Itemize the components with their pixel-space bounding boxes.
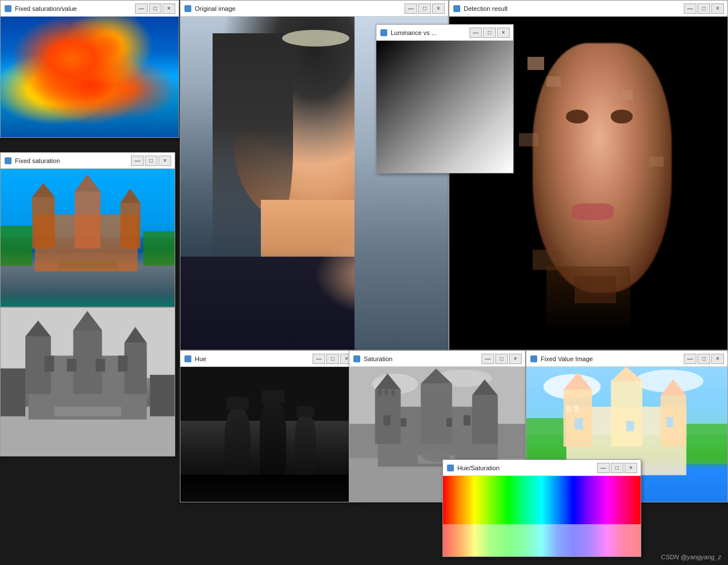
close-btn-fixed-val-img[interactable]: × — [711, 354, 724, 364]
svg-rect-25 — [54, 407, 121, 416]
titlebar-fixed-sat: Fixed saturation — □ × — [1, 153, 175, 169]
svg-rect-26 — [44, 355, 54, 371]
hue-gradient-top — [443, 476, 641, 524]
minimize-btn-fixed-val-img[interactable]: — — [684, 354, 696, 364]
titlebar-buttons-detection[interactable]: — □ × — [684, 3, 724, 14]
title-original: Original image — [195, 5, 405, 12]
maximize-btn-saturation[interactable]: □ — [495, 354, 508, 364]
title-fixed-sat: Fixed saturation — [15, 157, 131, 164]
svg-rect-47 — [392, 390, 395, 396]
minimize-btn-hue-sat[interactable]: — — [597, 463, 610, 473]
titlebar-buttons-hue[interactable]: — □ × — [313, 354, 353, 364]
titlebar-buttons-saturation[interactable]: — □ × — [482, 354, 522, 364]
title-fixed-sat-val: Fixed saturation/value — [15, 5, 135, 12]
svg-rect-5 — [121, 203, 141, 248]
maximize-btn-fixed-sat-val[interactable]: □ — [149, 3, 161, 14]
titlebar-fixed-val-img: Fixed Value Image — □ × — [526, 351, 727, 367]
title-fixed-val-img: Fixed Value Image — [541, 355, 684, 362]
maximize-btn-fixed-val-img[interactable]: □ — [698, 354, 710, 364]
svg-rect-28 — [95, 359, 105, 371]
svg-rect-29 — [118, 355, 128, 371]
minimize-btn-fixed-sat[interactable]: — — [131, 156, 144, 166]
svg-rect-43 — [446, 418, 452, 427]
svg-rect-27 — [67, 359, 76, 371]
luminance-image — [376, 41, 513, 173]
close-btn-detection[interactable]: × — [711, 3, 724, 14]
svg-rect-12 — [57, 260, 117, 269]
maximize-btn-hue[interactable]: □ — [326, 354, 339, 364]
maximize-btn-fixed-sat[interactable]: □ — [145, 156, 157, 166]
close-btn-luminance[interactable]: × — [497, 28, 510, 38]
svg-rect-37 — [421, 384, 452, 444]
thermal-image — [1, 17, 179, 137]
titlebar-buttons-fixed-sat-val[interactable]: — □ × — [135, 3, 175, 14]
castle-gray-image — [1, 324, 175, 456]
titlebar-hue-sat: Hue/Saturation — □ × — [443, 460, 641, 476]
close-btn-original[interactable]: × — [432, 3, 445, 14]
maximize-btn-detection[interactable]: □ — [698, 3, 710, 14]
svg-rect-65 — [575, 418, 583, 429]
minimize-btn-original[interactable]: — — [405, 3, 417, 14]
close-btn-fixed-sat-val[interactable]: × — [163, 3, 175, 14]
title-hue: Hue — [195, 355, 313, 362]
svg-rect-36 — [472, 395, 498, 443]
hue-saturation-window[interactable]: Hue/Saturation — □ × — [442, 459, 641, 557]
content-fixed-sat-val — [1, 17, 179, 137]
hue-saturation-image — [443, 476, 641, 556]
svg-rect-57 — [564, 389, 592, 446]
titlebar-buttons-fixed-sat[interactable]: — □ × — [131, 156, 171, 166]
value-window[interactable]: Value — □ × — [0, 307, 175, 456]
minimize-btn-detection[interactable]: — — [684, 3, 696, 14]
content-hue-sat — [443, 476, 641, 556]
close-btn-saturation[interactable]: × — [509, 354, 522, 364]
close-btn-fixed-sat[interactable]: × — [159, 156, 171, 166]
fixed-saturation-window[interactable]: Fixed saturation — □ × — [0, 152, 175, 307]
content-luminance — [376, 41, 513, 173]
svg-rect-4 — [32, 197, 55, 248]
minimize-btn-hue[interactable]: — — [313, 354, 325, 364]
content-hue — [180, 367, 356, 502]
app-icon-original — [184, 5, 192, 13]
svg-rect-6 — [75, 192, 101, 249]
watermark: CSDN @yangyang_z — [661, 554, 721, 560]
titlebar-fixed-sat-val: Fixed saturation/value — □ × — [1, 1, 179, 17]
svg-rect-67 — [667, 417, 673, 427]
svg-rect-23 — [1, 369, 25, 416]
castle-hue-image — [1, 169, 175, 307]
hue-window[interactable]: Hue — □ × — [180, 350, 357, 502]
titlebar-buttons-original[interactable]: — □ × — [405, 3, 445, 14]
svg-rect-54 — [680, 424, 727, 464]
titlebar-buttons-fixed-val-img[interactable]: — □ × — [684, 354, 724, 364]
title-detection: Detection result — [464, 5, 684, 12]
content-fixed-sat — [1, 169, 175, 307]
fixed-saturation-value-window[interactable]: Fixed saturation/value — □ × — [0, 0, 179, 138]
content-value — [1, 324, 175, 456]
titlebar-buttons-hue-sat[interactable]: — □ × — [597, 463, 637, 473]
app-icon-fixed-sat-val — [4, 5, 12, 13]
svg-rect-11 — [143, 231, 175, 266]
maximize-btn-luminance[interactable]: □ — [483, 28, 496, 38]
maximize-btn-hue-sat[interactable]: □ — [611, 463, 623, 473]
titlebar-detection: Detection result — □ × — [449, 1, 727, 17]
svg-rect-18 — [124, 343, 147, 394]
close-btn-hue-sat[interactable]: × — [625, 463, 637, 473]
minimize-btn-saturation[interactable]: — — [482, 354, 494, 364]
svg-rect-24 — [150, 375, 175, 416]
app-icon-hue — [184, 355, 192, 363]
titlebar-luminance: Luminance vs ... — □ × — [376, 25, 513, 41]
svg-rect-46 — [385, 390, 388, 396]
titlebar-original: Original image — □ × — [180, 1, 448, 17]
title-luminance: Luminance vs ... — [391, 29, 469, 36]
minimize-btn-fixed-sat-val[interactable]: — — [135, 3, 148, 14]
svg-rect-64 — [575, 405, 579, 412]
app-icon-luminance — [380, 29, 388, 37]
app-icon-hue-sat — [446, 464, 454, 472]
maximize-btn-original[interactable]: □ — [418, 3, 431, 14]
hue-image — [180, 367, 356, 502]
app-icon-detection — [453, 5, 461, 13]
minimize-btn-luminance[interactable]: — — [469, 28, 482, 38]
title-hue-sat: Hue/Saturation — [457, 465, 597, 471]
titlebar-buttons-luminance[interactable]: — □ × — [469, 28, 510, 38]
titlebar-hue: Hue — □ × — [180, 351, 356, 367]
luminance-window[interactable]: Luminance vs ... — □ × — [376, 24, 514, 173]
